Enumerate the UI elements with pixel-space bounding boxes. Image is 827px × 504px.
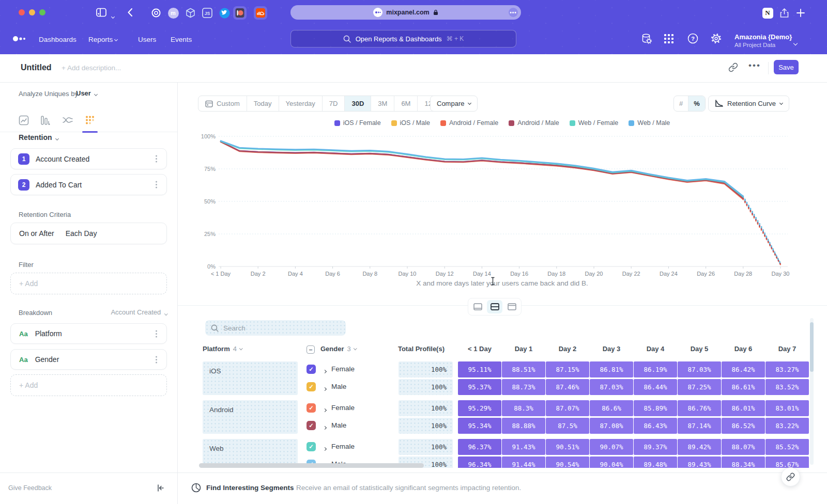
layout-chart-only-button[interactable] <box>470 300 485 313</box>
retention-value-cell[interactable]: 89.42% <box>678 439 721 455</box>
copy-link-icon[interactable] <box>728 62 738 72</box>
retention-criteria-card[interactable]: On or After Each Day <box>10 223 167 244</box>
tab-funnels-icon[interactable] <box>39 114 52 127</box>
more-options-icon[interactable]: ••• <box>748 60 761 71</box>
range-today[interactable]: Today <box>247 96 279 111</box>
back-icon[interactable] <box>127 8 133 17</box>
retention-value-cell[interactable]: 88.73% <box>502 379 545 395</box>
retention-value-cell[interactable]: 83.22% <box>765 418 809 434</box>
tab-favicon-reader-active[interactable] <box>233 6 247 20</box>
criteria-condition[interactable]: On or After <box>19 229 54 238</box>
segment-checkbox-ios-female[interactable]: ✓ <box>307 365 316 374</box>
retention-value-cell[interactable]: 87.46% <box>546 379 589 395</box>
range-custom[interactable]: Custom <box>198 96 247 111</box>
tab-flows-icon[interactable] <box>61 114 74 127</box>
share-link-fab[interactable] <box>781 467 800 486</box>
range-7d[interactable]: 7D <box>323 96 345 111</box>
retention-value-cell[interactable]: 86.19% <box>634 361 677 377</box>
tab-favicon-target[interactable] <box>149 6 163 20</box>
retention-value-cell[interactable]: 96.37% <box>458 439 501 455</box>
tab-favicon-m[interactable]: m <box>166 6 180 20</box>
step-menu-icon[interactable] <box>156 184 157 185</box>
window-minimize-button[interactable] <box>29 9 35 15</box>
retention-value-cell[interactable]: 87.03% <box>678 361 721 377</box>
retention-value-cell[interactable]: 88.51% <box>502 361 545 377</box>
window-zoom-button[interactable] <box>39 9 45 15</box>
retention-value-cell[interactable]: 91.43% <box>502 439 545 455</box>
day-column-header[interactable]: Day 1 <box>502 345 545 353</box>
sidebar-toggle-icon[interactable] <box>96 8 106 17</box>
horizontal-scrollbar[interactable] <box>199 463 424 468</box>
breakdown-card-platform[interactable]: Aa Platform <box>10 323 167 344</box>
breakdown-card-gender[interactable]: Aa Gender <box>10 349 167 370</box>
new-tab-icon[interactable] <box>794 6 807 20</box>
retention-value-cell[interactable]: 88.88% <box>502 418 545 434</box>
save-button[interactable]: Save <box>774 60 799 74</box>
expand-row-icon[interactable] <box>324 443 326 452</box>
legend-item[interactable]: Web / Female <box>570 119 619 127</box>
segment-checkbox-ios-male[interactable]: ✓ <box>307 382 316 391</box>
retention-value-cell[interactable]: 90.51% <box>546 439 589 455</box>
day-column-header[interactable]: Day 2 <box>546 345 589 353</box>
legend-item[interactable]: iOS / Male <box>391 119 430 127</box>
notion-icon[interactable]: N <box>761 6 774 20</box>
day-column-header[interactable]: Day 4 <box>634 345 677 353</box>
retention-value-cell[interactable]: 87.14% <box>678 418 721 434</box>
gender-column-header[interactable]: Gender3 <box>320 345 356 353</box>
expand-row-icon[interactable] <box>324 422 326 431</box>
chevron-down-icon[interactable] <box>112 11 114 20</box>
breakdown-menu-icon[interactable] <box>156 333 157 335</box>
retention-value-cell[interactable]: 83.27% <box>765 361 809 377</box>
retention-value-cell[interactable]: 90.07% <box>590 439 633 455</box>
legend-item[interactable]: Web / Male <box>629 119 670 127</box>
retention-value-cell[interactable]: 86.61% <box>722 379 765 395</box>
table-search[interactable]: Search <box>205 320 346 336</box>
retention-value-cell[interactable]: 88.34% <box>722 456 765 468</box>
analyze-by-value[interactable]: User <box>76 89 97 97</box>
project-selector[interactable]: Amazonia {Demo} All Project Data <box>734 33 792 48</box>
retention-value-cell[interactable]: 88.3% <box>502 400 545 416</box>
retention-value-cell[interactable]: 83.52% <box>765 379 809 395</box>
step-menu-icon[interactable] <box>156 158 157 160</box>
expand-row-icon[interactable] <box>324 366 326 375</box>
day-column-header[interactable]: Day 6 <box>722 345 765 353</box>
retention-value-cell[interactable]: 90.54% <box>546 456 589 468</box>
range-30d[interactable]: 30D <box>345 96 371 111</box>
retention-value-cell[interactable]: 87.08% <box>590 418 633 434</box>
report-title[interactable]: Untitled <box>21 63 52 72</box>
expand-row-icon[interactable] <box>324 404 326 414</box>
step-card-return-event[interactable]: 2 Added To Cart <box>10 174 167 195</box>
retention-value-cell[interactable]: 86.01% <box>722 400 765 416</box>
retention-value-cell[interactable]: 86.44% <box>634 379 677 395</box>
project-chevron-icon[interactable] <box>794 38 797 47</box>
breakdown-add-button[interactable]: + Add <box>10 374 167 396</box>
vertical-scrollbar[interactable] <box>810 318 814 465</box>
retention-value-cell[interactable]: 96.34% <box>458 456 501 468</box>
help-icon[interactable]: ? <box>687 33 698 44</box>
retention-value-cell[interactable]: 86.43% <box>634 418 677 434</box>
find-segments-title[interactable]: Find Interesting Segments <box>206 484 294 492</box>
breakdown-menu-icon[interactable] <box>156 359 157 360</box>
tab-favicon-cube[interactable] <box>183 6 197 20</box>
nav-events[interactable]: Events <box>171 34 192 45</box>
retention-value-cell[interactable]: 83.01% <box>765 400 809 416</box>
retention-value-cell[interactable]: 89.37% <box>634 439 677 455</box>
retention-value-cell[interactable]: 86.52% <box>722 418 765 434</box>
day-column-header[interactable]: Day 5 <box>678 345 721 353</box>
criteria-interval[interactable]: Each Day <box>66 229 97 238</box>
day-column-header[interactable]: Day 7 <box>765 345 809 353</box>
retention-value-cell[interactable]: 85.89% <box>634 400 677 416</box>
layout-table-only-button[interactable] <box>504 300 519 313</box>
add-description[interactable]: + Add description... <box>62 64 121 72</box>
range-yesterday[interactable]: Yesterday <box>279 96 323 111</box>
settings-gear-icon[interactable] <box>711 33 722 44</box>
retention-value-cell[interactable]: 85.52% <box>765 439 809 455</box>
compare-button[interactable]: Compare <box>430 96 478 112</box>
nav-dashboards[interactable]: Dashboards <box>39 34 76 45</box>
retention-value-cell[interactable]: 89.48% <box>634 456 677 468</box>
retention-value-cell[interactable]: 87.15% <box>546 361 589 377</box>
retention-value-cell[interactable]: 86.42% <box>722 361 765 377</box>
segment-checkbox-android-male[interactable]: ✓ <box>307 421 316 430</box>
platform-column-header[interactable]: Platform4 <box>203 345 242 353</box>
retention-line-chart[interactable]: 0%25%50%75%100%< 1 DayDay 2Day 4Day 6Day… <box>198 129 806 280</box>
